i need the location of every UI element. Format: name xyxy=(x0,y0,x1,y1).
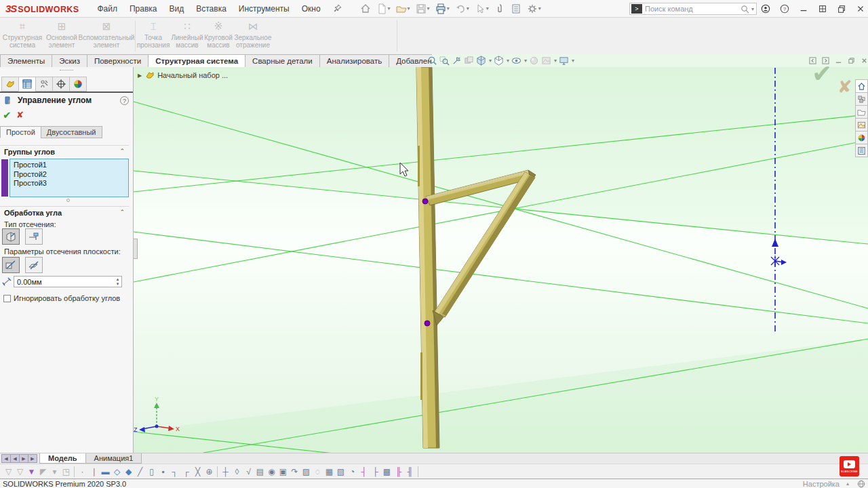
search-scope-caret[interactable]: ▾ xyxy=(751,6,754,12)
snap-grid-b-icon[interactable]: ▦ xyxy=(323,467,335,476)
tab-propertymanager[interactable] xyxy=(18,77,36,92)
snap-magnifier-icon[interactable]: ◌ xyxy=(312,467,323,476)
doc-close-button[interactable] xyxy=(861,57,868,64)
snap-plug-left-icon[interactable]: ┤ xyxy=(358,467,370,476)
snap-line-icon[interactable]: ╱ xyxy=(134,467,146,476)
view-settings-icon[interactable] xyxy=(559,56,569,66)
collapse-chevron-icon[interactable]: ⌃ xyxy=(119,148,125,156)
tab-configurationmanager[interactable] xyxy=(35,77,53,92)
tab-weldments[interactable]: Сварные детали xyxy=(245,54,320,67)
plane-option-first-button[interactable] xyxy=(2,257,20,273)
properties-icon[interactable] xyxy=(509,2,524,16)
snap-curve-icon[interactable]: ↷ xyxy=(289,467,300,476)
ribbon-button-linear-pattern[interactable]: ∷Линейный массив xyxy=(170,20,205,53)
select-cursor-icon[interactable]: ◤ xyxy=(37,467,49,476)
snap-screen-icon[interactable]: ▤ xyxy=(254,467,266,476)
ribbon-button-mirror[interactable]: ⋈Зеркальное отражение xyxy=(233,20,273,53)
graphics-viewport[interactable]: Y X Z ▶ Начальный набор ... xyxy=(134,67,868,453)
snap-zoom-n-icon[interactable]: ◉ xyxy=(266,467,277,476)
list-item-simple2[interactable]: Простой2 xyxy=(14,170,128,180)
search-magnifier-icon[interactable] xyxy=(741,5,749,14)
section-view-icon[interactable] xyxy=(452,56,462,66)
mode-tab-two-member[interactable]: Двусоставный xyxy=(41,126,102,138)
angle-groups-listbox[interactable]: Простой1 Простой2 Простой3 xyxy=(9,159,129,197)
status-customize-label[interactable]: Настройка xyxy=(803,480,840,488)
save-caret[interactable]: ▾ xyxy=(427,5,430,12)
snap-plane-icon[interactable]: ▯ xyxy=(146,467,157,476)
snap-plug-right-icon[interactable]: ├ xyxy=(370,467,381,476)
tab-animation1[interactable]: Анимация1 xyxy=(85,453,142,464)
view-orientation-caret[interactable]: ▾ xyxy=(489,58,492,64)
taskpane-design-library-button[interactable] xyxy=(855,92,868,106)
tree-item-label[interactable]: Начальный набор ... xyxy=(157,71,228,79)
undo-caret[interactable]: ▾ xyxy=(467,5,469,12)
tree-expand-arrow[interactable]: ▶ xyxy=(138,73,142,79)
command-search[interactable]: > Поиск команд ▾ xyxy=(629,3,757,15)
mode-tab-simple[interactable]: Простой xyxy=(0,126,41,138)
tab-dimxpertmanager[interactable] xyxy=(52,77,70,92)
menu-file[interactable]: Файл xyxy=(91,0,123,18)
display-style-caret[interactable]: ▾ xyxy=(507,58,509,64)
hide-show-caret[interactable]: ▾ xyxy=(524,58,527,64)
home-icon[interactable] xyxy=(358,2,373,16)
menu-tools[interactable]: Инструменты xyxy=(233,0,296,18)
menu-window[interactable]: Окно xyxy=(296,0,327,18)
zoom-to-fit-icon[interactable] xyxy=(427,56,437,66)
snap-stairs-icon[interactable]: ▨ xyxy=(300,467,312,476)
select-icon[interactable]: ▾ xyxy=(473,2,491,16)
pm-help-icon[interactable]: ? xyxy=(120,96,129,105)
menu-insert[interactable]: Вставка xyxy=(190,0,233,18)
plane-option-second-button[interactable] xyxy=(25,257,43,273)
snap-rect-icon[interactable]: ▬ xyxy=(100,467,111,476)
status-caret-icon[interactable]: ▴ xyxy=(846,481,849,487)
panel-splitter-grip[interactable] xyxy=(134,239,138,259)
snap-anchor-a-icon[interactable]: ╟ xyxy=(393,467,404,476)
display-style-icon[interactable] xyxy=(494,56,504,66)
view-settings-caret[interactable]: ▾ xyxy=(572,58,574,64)
snap-grid-icon[interactable]: ┼ xyxy=(220,467,231,476)
tab-sketch[interactable]: Эскиз xyxy=(52,54,87,67)
selection-filter-icon[interactable]: ▽ xyxy=(3,467,14,476)
taskpane-file-explorer-button[interactable] xyxy=(855,105,868,119)
select-group-icon[interactable]: ◳ xyxy=(60,467,72,476)
cascade-windows-button[interactable] xyxy=(837,4,846,14)
doc-restore-button[interactable] xyxy=(848,57,855,64)
confirm-cancel-corner-button[interactable]: ✘ xyxy=(837,77,852,98)
pm-cancel-button[interactable]: ✘ xyxy=(16,110,24,120)
open-document-icon[interactable]: ▾ xyxy=(394,2,412,16)
snap-box-a-icon[interactable]: ▣ xyxy=(277,467,289,476)
snap-solid-icon[interactable]: ◆ xyxy=(123,467,134,476)
ribbon-button-secondary-member[interactable]: ⊠Вспомогательный элемент xyxy=(80,20,133,53)
select-caret-icon[interactable]: ▾ xyxy=(49,467,60,476)
previous-view-icon[interactable] xyxy=(464,56,474,66)
taskpane-custom-properties-button[interactable] xyxy=(855,144,868,157)
tab-scroll-last[interactable]: ▶ xyxy=(28,454,37,463)
snap-pie-icon[interactable]: ◔ xyxy=(347,467,358,476)
snap-target-icon[interactable]: ⊕ xyxy=(203,467,215,476)
filter-faces-icon[interactable]: ▼ xyxy=(26,467,37,476)
trim-type-bodytrim-button[interactable] xyxy=(2,228,20,245)
pin-menu-icon[interactable] xyxy=(334,4,342,14)
tab-surfaces[interactable]: Поверхности xyxy=(87,54,149,67)
tab-structure-system[interactable]: Структурная система xyxy=(148,54,245,67)
subscribe-overlay-button[interactable]: SUBSCRIBE xyxy=(840,456,859,476)
snap-vertical-icon[interactable]: ∣ xyxy=(88,467,100,476)
print-icon[interactable]: ▾ xyxy=(433,2,452,16)
ribbon-button-circular-pattern[interactable]: ※Круговой массив xyxy=(202,20,235,53)
snap-image-a-icon[interactable]: ▧ xyxy=(335,467,347,476)
status-globe-icon[interactable] xyxy=(857,480,865,488)
tab-scroll-prev[interactable]: ◀ xyxy=(10,454,20,463)
hide-show-items-icon[interactable] xyxy=(511,56,521,66)
taskpane-view-palette-button[interactable] xyxy=(855,118,868,131)
listbox-resize-handle[interactable] xyxy=(66,199,70,202)
snap-image-b-icon[interactable]: ▩ xyxy=(381,467,393,476)
tab-featuremanager[interactable] xyxy=(1,77,19,92)
pm-ok-button[interactable]: ✔ xyxy=(3,109,12,121)
minimize-button[interactable] xyxy=(799,4,808,14)
edit-appearance-icon[interactable] xyxy=(529,56,539,66)
flyout-tree-item[interactable]: ▶ Начальный набор ... xyxy=(138,70,228,80)
close-button[interactable] xyxy=(856,4,865,14)
ribbon-button-structure-system[interactable]: ⌗Структурная система xyxy=(1,20,43,53)
snap-anchor-b-icon[interactable]: ╢ xyxy=(404,467,416,476)
apply-scene-icon[interactable] xyxy=(541,56,551,66)
